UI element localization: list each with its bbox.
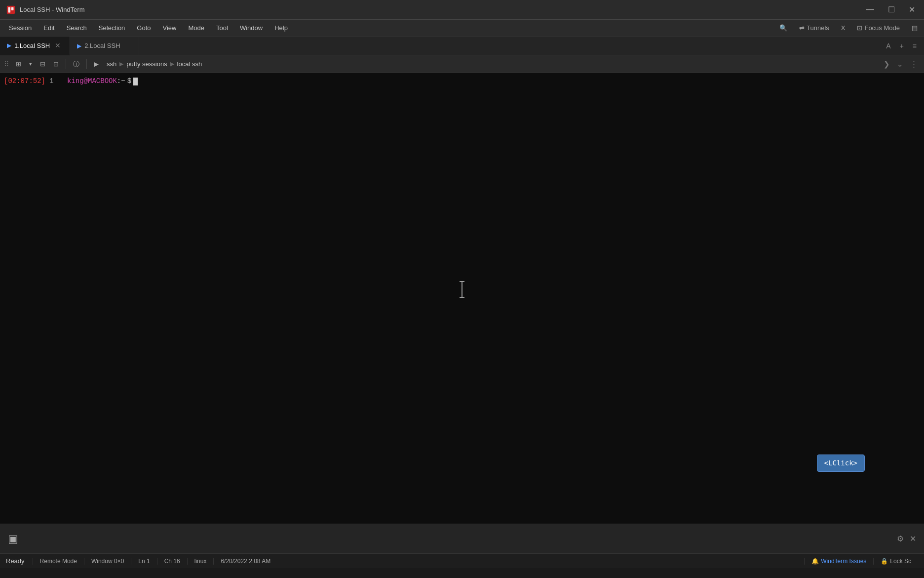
- status-window-size: Window 0×0: [84, 558, 131, 565]
- window-title: Local SSH - WindTerm: [20, 6, 863, 13]
- ibeam-cursor-icon: [458, 281, 466, 298]
- detach-button[interactable]: ⊟: [37, 59, 48, 69]
- breadcrumb-part2: putty sessions: [126, 60, 167, 68]
- app-icon: [6, 5, 16, 15]
- menu-selection[interactable]: Selection: [94, 22, 130, 34]
- tab-1-close[interactable]: ✕: [53, 41, 63, 50]
- info-button[interactable]: ⓘ: [70, 58, 82, 70]
- focus-mode-button[interactable]: ⊡ Focus Mode: [854, 23, 902, 33]
- menu-search[interactable]: Search: [62, 22, 92, 34]
- status-remote-mode: Remote Mode: [33, 558, 84, 565]
- menu-session[interactable]: Session: [4, 22, 37, 34]
- windterm-icon: 🔔: [811, 558, 819, 565]
- collapse-icon[interactable]: ⌄: [894, 58, 906, 70]
- bottom-panel: ▣ ⚙ ✕: [0, 524, 924, 553]
- restore-button[interactable]: ☐: [885, 4, 898, 15]
- status-ch: Ch 16: [157, 558, 187, 565]
- tab-2-local-ssh[interactable]: ▶ 2.Local SSH: [70, 37, 139, 55]
- windterm-issues[interactable]: 🔔 WindTerm Issues: [804, 558, 873, 565]
- status-ready: Ready: [6, 557, 25, 565]
- status-datetime: 6/20/2022 2:08 AM: [213, 558, 277, 565]
- line-number: 1: [49, 76, 59, 86]
- prompt-line: [02:07:52] 1 king@MACBOOK : ~ $: [4, 76, 920, 86]
- restore-icon-button[interactable]: ⊡: [50, 59, 62, 69]
- tab-2-icon: ▶: [77, 42, 81, 49]
- settings-icon[interactable]: ⚙: [897, 534, 904, 543]
- windterm-issues-label: WindTerm Issues: [821, 558, 866, 565]
- tab-add-button[interactable]: +: [897, 41, 906, 51]
- tab-bar: ▶ 1.Local SSH ✕ ▶ 2.Local SSH A + ≡: [0, 37, 924, 55]
- toolbar-grip: ⠿: [4, 60, 9, 68]
- tab-actions: A + ≡: [884, 41, 924, 51]
- timestamp: [02:07:52]: [4, 76, 45, 86]
- toolbar-separator-2: [86, 59, 87, 69]
- expand-icon[interactable]: ❯: [881, 58, 892, 70]
- tab-1-label: 1.Local SSH: [14, 42, 50, 49]
- minimize-button[interactable]: —: [863, 4, 877, 15]
- status-ln: Ln 1: [131, 558, 156, 565]
- status-bar: Ready Remote Mode Window 0×0 Ln 1 Ch 16 …: [0, 553, 924, 568]
- tab-font-button[interactable]: A: [884, 41, 893, 51]
- toolbar-separator: [66, 59, 66, 69]
- lclick-badge: <LClick>: [817, 454, 865, 472]
- status-right: 🔔 WindTerm Issues 🔒 Lock Sc: [804, 558, 918, 565]
- close-button[interactable]: ✕: [906, 4, 918, 15]
- breadcrumb-part1: ssh: [107, 60, 116, 68]
- layout-icon[interactable]: ▤: [909, 23, 920, 33]
- toolbar: ⠿ ⊞ ▾ ⊟ ⊡ ⓘ ▶ ssh ▶ putty sessions ▶ loc…: [0, 55, 924, 73]
- menu-edit[interactable]: Edit: [38, 22, 59, 34]
- menu-mode[interactable]: Mode: [183, 22, 209, 34]
- more-icon[interactable]: ⋮: [908, 58, 920, 70]
- menu-window[interactable]: Window: [235, 22, 268, 34]
- dollar: $: [127, 76, 131, 86]
- menu-bar: Session Edit Search Selection Goto View …: [0, 20, 924, 37]
- breadcrumb-part3: local ssh: [177, 60, 202, 68]
- lock-label: Lock Sc: [890, 558, 911, 565]
- title-bar: Local SSH - WindTerm — ☐ ✕: [0, 0, 924, 20]
- tab-2-label: 2.Local SSH: [84, 42, 120, 49]
- tunnels-button[interactable]: ⇌ Tunnels: [797, 23, 832, 33]
- terminal-cursor: [133, 78, 138, 85]
- menu-help[interactable]: Help: [270, 22, 293, 34]
- new-session-button[interactable]: ⊞: [13, 59, 24, 69]
- svg-rect-0: [7, 5, 15, 13]
- search-icon[interactable]: 🔍: [777, 23, 790, 33]
- menu-items: Session Edit Search Selection Goto View …: [4, 22, 777, 34]
- lock-status: 🔒 Lock Sc: [873, 558, 918, 565]
- breadcrumb: ssh ▶ putty sessions ▶ local ssh: [107, 60, 879, 68]
- colon: :: [117, 76, 121, 86]
- tab-1-local-ssh[interactable]: ▶ 1.Local SSH ✕: [0, 37, 70, 55]
- new-session-dropdown[interactable]: ▾: [26, 59, 35, 69]
- play-button[interactable]: ▶: [91, 59, 102, 69]
- panel-right: ⚙ ✕: [897, 534, 916, 543]
- menu-goto[interactable]: Goto: [132, 22, 155, 34]
- tilde: ~: [121, 76, 125, 86]
- breadcrumb-arrow-1: ▶: [119, 61, 123, 67]
- x-button[interactable]: X: [839, 23, 848, 33]
- breadcrumb-arrow-2: ▶: [170, 61, 174, 67]
- focus-mode-icon: ⊡: [857, 24, 862, 32]
- tunnels-icon: ⇌: [799, 24, 805, 32]
- tunnels-label: Tunnels: [807, 24, 829, 32]
- panel-icon: ▣: [8, 533, 18, 545]
- menu-tool[interactable]: Tool: [211, 22, 233, 34]
- status-os: linux: [187, 558, 214, 565]
- breadcrumb-actions: ❯ ⌄ ⋮: [881, 58, 920, 70]
- menu-right: 🔍 ⇌ Tunnels X ⊡ Focus Mode ▤: [777, 23, 920, 33]
- terminal[interactable]: [02:07:52] 1 king@MACBOOK : ~ $ <LClick>: [0, 73, 924, 524]
- user-host: king@MACBOOK: [67, 76, 117, 86]
- svg-rect-1: [8, 7, 11, 12]
- menu-view[interactable]: View: [158, 22, 182, 34]
- focus-mode-label: Focus Mode: [864, 24, 900, 32]
- panel-close-icon[interactable]: ✕: [910, 534, 916, 543]
- lock-icon: 🔒: [881, 558, 888, 565]
- window-controls: — ☐ ✕: [863, 4, 918, 15]
- tab-menu-button[interactable]: ≡: [910, 41, 919, 51]
- svg-rect-2: [11, 7, 14, 10]
- tab-1-icon: ▶: [7, 42, 11, 49]
- ibeam-cursor-container: [458, 281, 466, 298]
